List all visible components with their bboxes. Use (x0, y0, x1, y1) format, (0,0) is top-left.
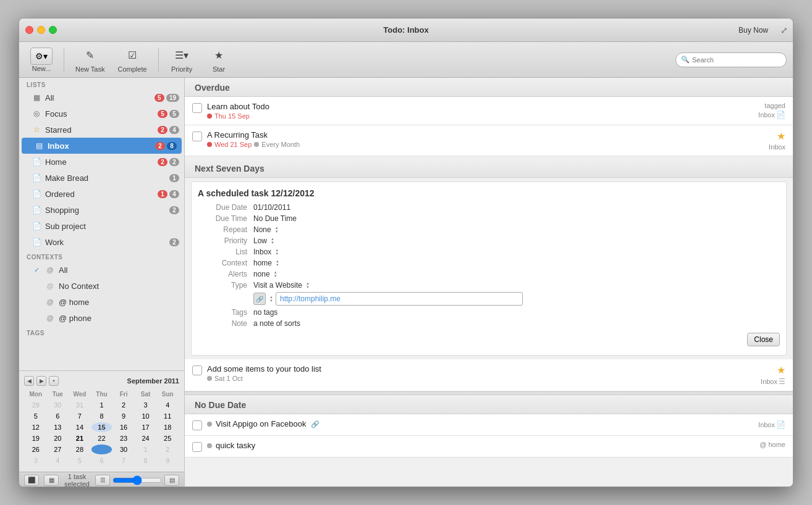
alerts-stepper[interactable]: ▲▼ (274, 270, 277, 278)
cal-cell-29[interactable]: 29 (91, 444, 112, 454)
type-stepper[interactable]: ▲▼ (306, 282, 310, 289)
zoom-slider[interactable] (112, 475, 162, 486)
cal-cell[interactable]: 9 (113, 411, 134, 421)
new-task-button[interactable]: ✎ New Task (70, 44, 109, 75)
cal-cell[interactable]: 20 (48, 433, 69, 443)
sidebar-toggle-button[interactable]: ⬛ (24, 475, 39, 486)
sidebar-item-starred[interactable]: ☆ Starred 2 4 (19, 122, 184, 138)
buy-now-button[interactable]: Buy Now (738, 26, 768, 35)
sidebar-item-home[interactable]: 📄 Home 2 2 (19, 154, 184, 170)
cal-cell[interactable]: 7 (69, 411, 90, 421)
cal-next-button[interactable]: ▶ (36, 376, 46, 386)
sidebar-item-focus[interactable]: ◎ Focus 5 5 (19, 106, 184, 122)
search-box[interactable]: 🔍 (675, 52, 787, 67)
detail-view-button[interactable]: ▤ (164, 475, 179, 486)
resize-button[interactable]: ⤢ (780, 25, 788, 35)
url-icon-button[interactable]: 🔗 (253, 293, 266, 305)
cal-cell[interactable]: 24 (135, 433, 156, 443)
task-detail-card: A scheduled task 12/12/2012 Due Date 01/… (191, 182, 787, 356)
cal-prev-button[interactable]: ◀ (24, 376, 34, 386)
sidebar-item-work[interactable]: 📄 Work 2 (19, 234, 184, 250)
cal-cell[interactable]: 31 (69, 400, 90, 410)
cal-cell[interactable]: 18 (157, 422, 178, 432)
list-stepper[interactable]: ▲▼ (275, 248, 279, 256)
context-stepper[interactable]: ▲▼ (276, 259, 279, 267)
cal-dot-button[interactable]: • (49, 376, 59, 386)
cal-cell[interactable]: 4 (48, 456, 69, 465)
task-quick-tasky[interactable]: quick tasky @ home (185, 436, 793, 457)
cal-cell[interactable]: 26 (25, 444, 46, 454)
task-learn-todo[interactable]: Learn about Todo Thu 15 Sep tagged Inbox… (185, 97, 793, 125)
close-window-button[interactable] (25, 26, 33, 34)
cal-cell[interactable]: 16 (113, 422, 134, 432)
sidebar-item-subproject[interactable]: 📄 Sub project (19, 218, 184, 234)
url-input[interactable] (276, 292, 523, 306)
cal-cell[interactable]: 13 (48, 422, 69, 432)
cal-cell[interactable]: 1 (135, 444, 156, 454)
sidebar-item-all[interactable]: ▦ All 5 19 (19, 90, 184, 106)
cal-cell[interactable]: 6 (91, 456, 112, 465)
cal-cell[interactable]: 30 (48, 400, 69, 410)
sidebar-item-ctx-nocontext[interactable]: @ No Context (19, 278, 184, 294)
cal-cell[interactable]: 23 (113, 433, 134, 443)
cal-cell[interactable]: 2 (157, 444, 178, 454)
cal-cell[interactable]: 8 (135, 456, 156, 465)
priority-stepper[interactable]: ▲▼ (271, 237, 274, 244)
cal-cell[interactable]: 4 (157, 400, 178, 410)
cal-cell[interactable]: 30 (113, 444, 134, 454)
cal-cell[interactable]: 5 (25, 411, 46, 421)
cal-cell[interactable]: 2 (113, 400, 134, 410)
task-checkbox-quicktasky[interactable] (192, 442, 202, 452)
task-checkbox-learn[interactable] (192, 103, 202, 113)
sidebar-item-makebread[interactable]: 📄 Make Bread 1 (19, 170, 184, 186)
maximize-window-button[interactable] (49, 26, 57, 34)
cal-cell-21[interactable]: 21 (69, 433, 90, 443)
priority-button[interactable]: ☰▾ Priority (165, 44, 199, 75)
detail-row-context: Context home ▲▼ (198, 259, 780, 267)
cal-cell[interactable]: 17 (135, 422, 156, 432)
sidebar-item-ctx-home[interactable]: @ @ home (19, 294, 184, 310)
task-recurring[interactable]: A Recurring Task Wed 21 Sep Every Month … (185, 125, 793, 156)
cal-cell[interactable]: 7 (113, 456, 134, 465)
repeat-stepper[interactable]: ▲▼ (275, 226, 279, 233)
search-input[interactable] (692, 56, 779, 64)
cal-cell[interactable]: 3 (25, 456, 46, 465)
cal-cell[interactable]: 5 (69, 456, 90, 465)
sidebar-item-ctx-all[interactable]: ✓ @ All (19, 262, 184, 278)
cal-cell[interactable]: 6 (48, 411, 69, 421)
minimize-window-button[interactable] (37, 26, 45, 34)
cal-cell[interactable]: 12 (25, 422, 46, 432)
gear-button[interactable]: ⚙▾ (30, 48, 53, 65)
cal-cell[interactable]: 29 (25, 400, 46, 410)
star-button[interactable]: ★ Star (202, 44, 236, 75)
task-checkbox-appigo[interactable] (192, 420, 202, 430)
cal-cell[interactable]: 28 (69, 444, 90, 454)
cal-cell[interactable]: 1 (91, 400, 112, 410)
detail-row-tags: Tags no tags (198, 308, 780, 317)
cal-cell[interactable]: 11 (157, 411, 178, 421)
task-checkbox-add[interactable] (192, 365, 202, 375)
task-visit-appigo[interactable]: Visit Appigo on Facebook 🔗 Inbox 📄 (185, 414, 793, 436)
task-checkbox-recurring[interactable] (192, 131, 202, 141)
cal-cell-today[interactable]: 15 (91, 422, 112, 432)
cal-cell[interactable]: 14 (69, 422, 90, 432)
sidebar-item-inbox[interactable]: ▤ Inbox 2 8 (22, 138, 182, 154)
sidebar-item-ctx-phone[interactable]: @ @ phone (19, 310, 184, 326)
list-view-button[interactable]: ☰ (95, 475, 110, 486)
cal-cell[interactable]: 8 (91, 411, 112, 421)
cal-cell[interactable]: 22 (91, 433, 112, 443)
complete-button[interactable]: ☑ Complete (112, 44, 151, 75)
cal-cell[interactable]: 25 (157, 433, 178, 443)
cal-cell[interactable]: 10 (135, 411, 156, 421)
sidebar-item-shopping[interactable]: 📄 Shopping 2 (19, 202, 184, 218)
grid-view-button[interactable]: ▦ (44, 475, 59, 486)
cal-cell[interactable]: 27 (48, 444, 69, 454)
cal-cell[interactable]: 9 (157, 456, 178, 465)
cal-cell[interactable]: 3 (135, 400, 156, 410)
task-add-items[interactable]: Add some items to your todo list Sat 1 O… (185, 359, 793, 391)
sidebar-item-ordered[interactable]: 📄 Ordered 1 4 (19, 186, 184, 202)
close-detail-button[interactable]: Close (747, 333, 780, 346)
sidebar-label-work: Work (45, 238, 169, 247)
url-stepper[interactable]: ▲▼ (269, 295, 273, 303)
cal-cell[interactable]: 19 (25, 433, 46, 443)
